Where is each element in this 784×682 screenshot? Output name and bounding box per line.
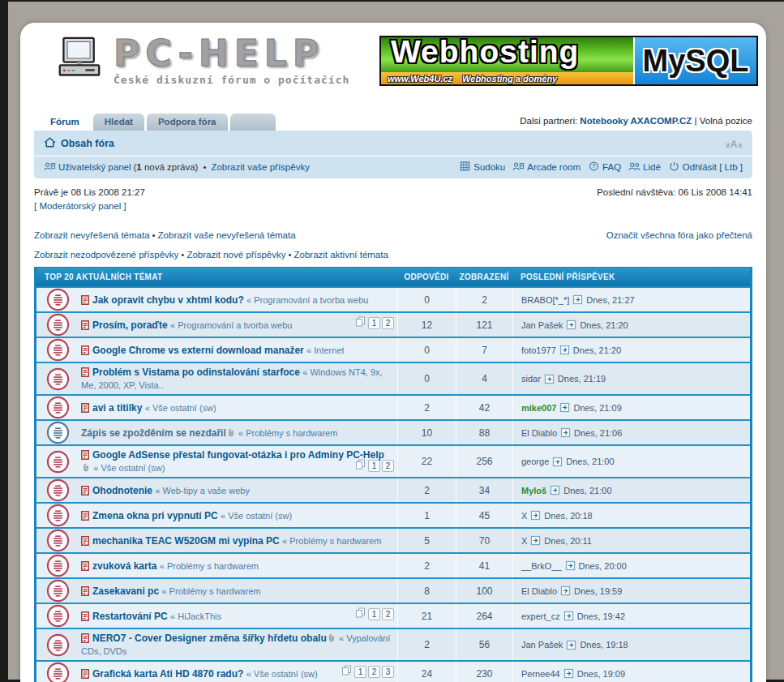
- topic-status-icon: [36, 421, 79, 444]
- topic-pagination: 12: [355, 607, 394, 621]
- topic-title-link[interactable]: Zasekavani pc: [92, 585, 159, 597]
- goto-last-post-icon[interactable]: [563, 320, 580, 330]
- topic-title-link[interactable]: Google Chrome vs externí download manaže…: [92, 345, 304, 356]
- last-post-author-link[interactable]: X: [521, 511, 527, 521]
- toolbar-link-question[interactable]: ?FAQ: [588, 161, 621, 173]
- page-link[interactable]: 1: [368, 317, 380, 329]
- board-index-link[interactable]: Obsah fóra: [61, 138, 114, 149]
- topic-forum-link[interactable]: « Vše ostatní (sw): [246, 669, 318, 679]
- goto-last-post-icon[interactable]: [560, 611, 577, 621]
- last-post-author-link[interactable]: foto1977: [521, 345, 556, 355]
- tab-fórum[interactable]: Fórum: [39, 114, 91, 131]
- toolbar-link-power[interactable]: Odhlásit [ Ltb ]: [668, 161, 743, 173]
- your-posts-link[interactable]: Zobrazit vaše příspěvky: [211, 162, 309, 172]
- goto-last-post-icon[interactable]: [556, 345, 573, 355]
- partner-open-position[interactable]: Volná pozice: [700, 116, 752, 126]
- toolbar-link-people[interactable]: Arcade room: [512, 161, 581, 173]
- goto-last-post-icon[interactable]: [557, 427, 574, 438]
- last-post-author-link[interactable]: El Diablo: [521, 428, 557, 438]
- topic-title-link[interactable]: avi a titilky: [92, 402, 142, 414]
- topic-title-link[interactable]: Ohodnotenie: [92, 485, 152, 496]
- topic-title-link[interactable]: NERO7 - Cover Designer změna šířky hřdet…: [92, 633, 327, 644]
- topic-forum-link[interactable]: « Web-tipy a vaše weby: [155, 486, 250, 495]
- toolbar-link-sudoku[interactable]: Sudoku: [459, 161, 505, 173]
- goto-last-post-icon[interactable]: [560, 668, 577, 679]
- page-link[interactable]: 2: [382, 460, 394, 472]
- topic-forum-link[interactable]: « Problémy s hardwarem: [160, 561, 259, 571]
- last-post-author-link[interactable]: __BrkO__: [521, 561, 562, 571]
- page-link[interactable]: 3: [382, 666, 394, 678]
- toolbar-link-people2[interactable]: Lidé: [628, 161, 661, 173]
- page-link[interactable]: 2: [368, 666, 380, 678]
- goto-last-post-icon[interactable]: [546, 485, 563, 495]
- last-post-author-link[interactable]: X: [521, 536, 527, 546]
- page-link[interactable]: 2: [382, 317, 394, 329]
- topic-status-icon: [36, 604, 79, 628]
- topic-forum-link[interactable]: « Vše ostatní (sw): [221, 511, 292, 521]
- topic-title-link[interactable]: Zmena okna pri vypnutí PC: [92, 510, 218, 521]
- goto-last-post-icon[interactable]: [541, 374, 558, 384]
- quick-link[interactable]: Zobrazit nevyřešená témata: [34, 230, 150, 240]
- font-size-widget[interactable]: ∨A∧: [725, 136, 743, 151]
- page-link[interactable]: 1: [354, 666, 366, 678]
- goto-last-post-icon[interactable]: [549, 457, 566, 467]
- moderator-panel-link[interactable]: [ Moderátorský panel ]: [34, 201, 126, 211]
- last-post-author-link[interactable]: BRABO[*_*]: [521, 295, 569, 305]
- last-post-author-link[interactable]: Jan Pašek: [521, 320, 563, 330]
- topic-title-link[interactable]: Prosím, poraďte: [92, 320, 168, 331]
- last-post-author-link[interactable]: mike007: [521, 403, 556, 413]
- topic-title-link[interactable]: Problém s Vistama po odinstalování starf…: [92, 367, 300, 378]
- goto-last-post-icon[interactable]: [563, 640, 580, 650]
- topic-forum-link[interactable]: « Problémy s hardwarem: [161, 586, 260, 596]
- page-link[interactable]: 1: [368, 460, 380, 472]
- topic-title-link[interactable]: Google AdSense přestal fungovat-otázka i…: [92, 449, 384, 461]
- topic-title-link[interactable]: zvuková karta: [92, 560, 156, 572]
- goto-last-post-icon[interactable]: [527, 510, 544, 521]
- topic-title-link[interactable]: Zápis se zpožděním se nezdařil: [81, 427, 226, 439]
- quick-link[interactable]: Zobrazit nezodpovězené příspěvky: [34, 250, 178, 260]
- topic-title-link[interactable]: mechanika TEAC W520GM mi vypina PC: [92, 535, 280, 547]
- topic-title-link[interactable]: Jak opravit chybu v xhtml kodu?: [92, 294, 244, 306]
- new-posts-icon: [81, 367, 92, 378]
- last-post-time: Dnes, 21:00: [566, 457, 614, 466]
- quick-link[interactable]: Zobrazit vaše nevyřešená témata: [158, 230, 296, 240]
- tab-hledat[interactable]: Hledat: [93, 114, 144, 131]
- tab-podpora-fóra[interactable]: Podpora fóra: [147, 114, 228, 131]
- goto-last-post-icon[interactable]: [556, 402, 573, 413]
- goto-last-post-icon[interactable]: [569, 294, 586, 305]
- last-post-author-link[interactable]: Myloš: [521, 486, 546, 495]
- topic-forum-link[interactable]: « Programování a tvorba webu: [246, 295, 368, 305]
- goto-last-post-icon[interactable]: [557, 585, 574, 596]
- ad-banner[interactable]: Webhosting www.Web4U.cz Webhosting a dom…: [379, 36, 758, 86]
- topic-forum-link[interactable]: « Problémy s hardwarem: [238, 428, 337, 438]
- topic-row: Zmena okna pri vypnutí PC « Vše ostatní …: [36, 502, 750, 527]
- topic-title-link[interactable]: Grafická karta Ati HD 4870 radu?: [92, 668, 243, 680]
- last-post-author-link[interactable]: george: [521, 457, 549, 466]
- topic-forum-link[interactable]: « Programování a tvorba webu: [170, 320, 292, 330]
- page-link[interactable]: 1: [368, 608, 380, 620]
- sudoku-icon: [459, 161, 471, 173]
- last-post-author-link[interactable]: Pernee44: [521, 669, 560, 679]
- last-post-author-link[interactable]: Jan Pašek: [521, 640, 563, 650]
- topic-forum-link[interactable]: « Problémy s hardwarem: [282, 536, 381, 546]
- topic-forum-link[interactable]: « HiJackThis: [170, 611, 221, 621]
- topic-forum-link[interactable]: « Vše ostatní (sw): [145, 403, 216, 413]
- site-logo-link[interactable]: PC-HELP České diskuzní fórum o počítačíc…: [57, 36, 349, 86]
- topic-forum-link[interactable]: « Internet: [306, 345, 344, 355]
- goto-last-post-icon[interactable]: [562, 560, 579, 571]
- user-panel-link[interactable]: Uživatelský panel: [58, 162, 131, 172]
- topic-replies: 21: [397, 604, 456, 628]
- quick-link[interactable]: Zobrazit aktivní témata: [294, 250, 388, 260]
- partner-link-axacomp[interactable]: Notebooky AXACOMP.CZ: [580, 116, 692, 126]
- topic-replies: 2: [397, 554, 456, 577]
- goto-last-post-icon[interactable]: [527, 535, 544, 546]
- page-link[interactable]: 2: [382, 608, 394, 620]
- last-post-author-link[interactable]: sidar: [521, 374, 541, 384]
- last-post-author-link[interactable]: expert_cz: [521, 611, 560, 621]
- topic-title-link[interactable]: Restartování PC: [92, 611, 168, 622]
- mark-forums-read-link[interactable]: Označit všechna fóra jako přečtená: [606, 230, 752, 240]
- last-post-author-link[interactable]: El Diablo: [521, 586, 557, 596]
- quick-link[interactable]: Zobrazit nové příspěvky: [186, 250, 285, 260]
- topic-forum-link[interactable]: « Vše ostatní (sw): [93, 463, 165, 473]
- tab-empty[interactable]: [230, 114, 276, 131]
